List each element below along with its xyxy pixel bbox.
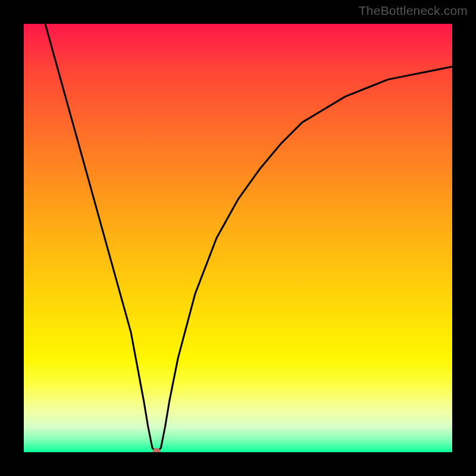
chart-plot-area	[24, 24, 452, 452]
chart-frame: TheBottleneck.com	[0, 0, 476, 476]
bottleneck-curve-path	[45, 24, 452, 452]
watermark-text: TheBottleneck.com	[359, 4, 468, 18]
chart-svg	[24, 24, 452, 452]
